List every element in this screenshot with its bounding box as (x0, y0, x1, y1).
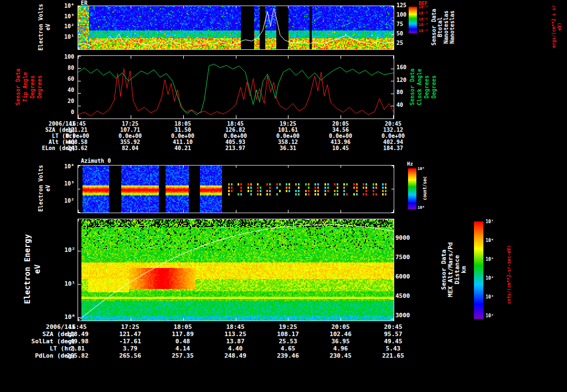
table-cell: 20:45 (371, 121, 415, 127)
colorbar-tick-label: 10⁻⁸ (419, 29, 433, 33)
table-cell: 4.96 (318, 345, 363, 352)
colorbar-tick-label: 10⁻⁶ (419, 18, 433, 22)
table2-row-values: 2.813.794.144.404.654.965.43 (55, 345, 415, 352)
table-cell: 411.10 (161, 139, 205, 145)
panel3-left-ticks: 10⁴10³10² (52, 164, 74, 204)
tick-label: 10² (52, 24, 74, 29)
table-cell: 2.81 (55, 345, 100, 352)
axis-title-line: Degrees (430, 75, 437, 99)
colorbar-tick-label: 10⁶ (486, 239, 502, 243)
table-cell: 239.46 (266, 352, 310, 359)
table-cell: 20:45 (371, 323, 415, 331)
table-cell: 0.48 (161, 338, 205, 345)
colorbar-tick-label: 10² (486, 314, 502, 318)
table-cell: 34.56 (318, 127, 363, 133)
table-cell: 4.40 (213, 345, 257, 352)
table-cell: 0.0e+00 (318, 133, 363, 139)
table-cell: 36.31 (266, 145, 310, 151)
table-cell: 3.79 (108, 345, 152, 352)
panel1-colorbar-ticks: 10⁻⁴10⁻⁵10⁻⁶10⁻⁷10⁻⁸ (419, 6, 433, 33)
panel2-left-ticks: 100806040200 (58, 54, 74, 115)
tick-label: 0 (58, 110, 74, 115)
tick-label: 10³ (52, 181, 74, 187)
colorbar-tick-label: 10⁻⁷ (419, 23, 433, 27)
table-cell: 25.53 (266, 338, 310, 345)
table-cell: 31.50 (161, 127, 205, 133)
tick-label: 40 (58, 87, 74, 93)
table-cell: 413.96 (318, 139, 363, 145)
table-cell: 126.82 (213, 127, 257, 133)
table-cell: 82.04 (108, 145, 152, 151)
table-cell: 132.12 (371, 127, 415, 133)
table-cell: -17.61 (108, 338, 152, 345)
table1-row-values: 408.58355.92411.10405.93358.12413.96402.… (55, 139, 415, 145)
table-cell: 265.56 (108, 352, 152, 359)
axis-title-line: Btotal (437, 17, 443, 37)
table-cell: 36.95 (318, 338, 363, 345)
table-cell: 19:25 (266, 323, 310, 331)
table-cell: 16:45 (55, 121, 100, 127)
table-cell: 95.57 (371, 331, 415, 338)
table-cell: 118.49 (55, 331, 100, 338)
panel4-left-ticks: 10²10¹10⁰ (54, 247, 75, 320)
table-cell: 408.58 (55, 139, 100, 145)
axis-title-line: Sensor Data (14, 69, 22, 105)
er-spectrogram-canvas (78, 6, 394, 49)
table-cell: 13.87 (213, 338, 257, 345)
panel4-colorbar (474, 221, 483, 319)
axis-title-line: eV (32, 265, 42, 274)
axis-title-line: Nanoteslas (449, 11, 455, 44)
table-cell: 20:05 (318, 323, 363, 331)
table-cell: 0.0e+00 (161, 133, 205, 139)
table-cell: 18:05 (161, 323, 205, 331)
tick-label: 9000 (395, 235, 420, 241)
table-cell: 4.65 (266, 345, 310, 352)
table-cell: 117.89 (161, 331, 205, 338)
panel1-colorbar-units: ergs/(cm**2 s sr eV) (554, 0, 560, 53)
panel3-colorbar-title: Hz (407, 161, 413, 167)
table-cell: 101.61 (266, 127, 310, 133)
table1-row-values: 121.21107.7131.50126.82101.6134.56132.12 (55, 127, 415, 133)
axis-title-line: Degrees (29, 75, 36, 99)
table2-row-values: 16:4517:2518:0518:4519:2520:0520:45 (55, 323, 415, 331)
table-cell: 108.17 (266, 331, 310, 338)
table-cell: 213.97 (213, 145, 257, 151)
panel4-left-axis-title: Electron EnergyeV (22, 228, 42, 311)
table-cell: 17:25 (108, 121, 152, 127)
panel1-left-ticks: 10⁴10³10²10¹ (52, 3, 74, 40)
table2-row-values: 265.82265.56257.35248.49239.46230.45221.… (55, 352, 415, 359)
tick-label: 10⁴ (52, 3, 74, 9)
colorbar-tick-label: 10⁷ (486, 220, 502, 224)
tick-label: 60 (58, 76, 74, 82)
tick-label: 10³ (52, 14, 74, 19)
colorbar-tick-label: 10⁻⁴ (419, 6, 433, 9)
panel3-colorbar (408, 168, 416, 209)
panel3-title: Azimuth 0 (81, 158, 111, 164)
panel4-right-axis-title: Sensor DataMEX Alt/Mars/PdDistancekm (441, 234, 467, 306)
axis-title-line: Electron Energy (22, 234, 32, 304)
table-cell: 257.35 (161, 352, 205, 359)
tick-label: 20 (58, 99, 74, 104)
table-cell: 49.45 (371, 338, 415, 345)
panel4-right-ticks: 90007500600045003000 (395, 235, 420, 318)
table-cell: 102.46 (318, 331, 363, 338)
table-cell: 265.82 (55, 352, 100, 359)
table-cell: 4.14 (161, 345, 205, 352)
table-cell: 16:45 (55, 323, 100, 331)
tick-label: 10² (52, 198, 74, 204)
panel4-colorbar-units: cnts/(cm**2-sr-sec-eV) (507, 239, 512, 311)
tick-label: 80 (58, 65, 74, 71)
tick-label: 4500 (395, 293, 420, 299)
table-cell: 0.0e+00 (55, 133, 100, 139)
table-cell: 18:45 (213, 323, 257, 331)
tick-label: 25 (396, 40, 413, 46)
table-cell: 405.93 (213, 139, 257, 145)
table-cell: 0.0e+00 (213, 133, 257, 139)
table-cell: 5.43 (371, 345, 415, 352)
table2-row-values: 118.49121.47117.89113.25108.17102.4695.5… (55, 331, 415, 338)
tick-label: 3000 (395, 312, 420, 318)
plot-window: ER 10⁴10³10²10¹ Electron VoltseV 1251007… (0, 0, 567, 392)
table-cell: 121.21 (55, 127, 100, 133)
panel1-colorbar (409, 7, 417, 33)
table-cell: 17:25 (108, 323, 152, 331)
